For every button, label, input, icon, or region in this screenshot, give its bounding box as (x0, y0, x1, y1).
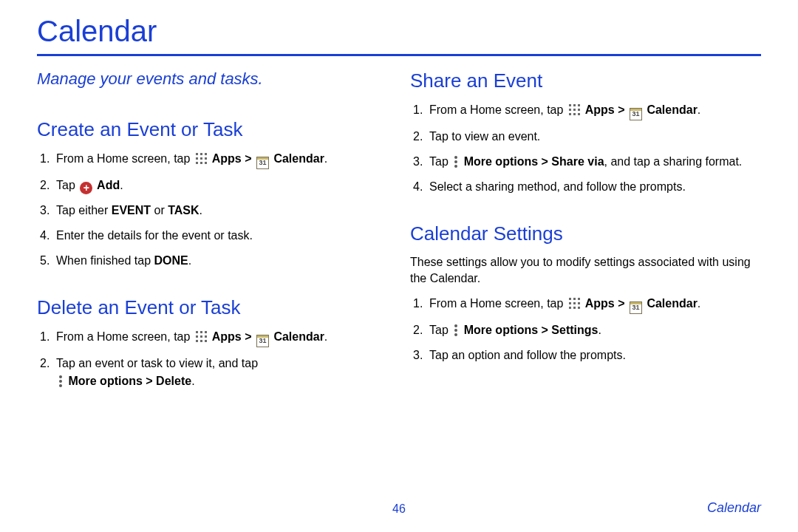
create-heading: Create an Event or Task (37, 118, 388, 141)
svg-rect-26 (578, 113, 580, 115)
list-item: Tap + Add. (37, 177, 388, 194)
svg-rect-11 (205, 331, 207, 333)
page-number: 46 (0, 502, 798, 516)
list-item: Select a sharing method, and follow the … (410, 178, 761, 196)
svg-rect-0 (196, 153, 198, 155)
svg-rect-34 (573, 307, 576, 309)
svg-rect-28 (573, 298, 576, 300)
apps-label: Apps > (582, 297, 628, 310)
svg-rect-30 (569, 302, 571, 304)
title-divider (37, 54, 761, 56)
step-text: . (598, 324, 601, 336)
apps-grid-icon (568, 297, 581, 310)
step-text: . (191, 375, 194, 387)
list-item: From a Home screen, tap Apps > 31 Calend… (410, 101, 761, 120)
step-text: Tap an event or task to view it, and tap (56, 357, 258, 369)
step-text: Tap (56, 179, 78, 191)
calendar-label: Calendar (644, 297, 698, 310)
step-text: . (324, 330, 327, 343)
calendar-label: Calendar (270, 330, 324, 343)
step-text: From a Home screen, tap (429, 297, 567, 310)
step-text: From a Home screen, tap (56, 152, 194, 165)
list-item: From a Home screen, tap Apps > 31 Calend… (410, 295, 761, 314)
svg-rect-16 (200, 340, 202, 342)
page-subtitle: Manage your events and tasks. (37, 69, 388, 89)
list-item: When finished tap DONE. (37, 252, 388, 270)
more-settings-label: More options > Settings (460, 324, 598, 336)
step-text: Tap (429, 155, 451, 168)
step-text: From a Home screen, tap (429, 103, 567, 116)
more-options-icon (453, 324, 459, 337)
list-item: Tap either EVENT or TASK. (37, 202, 388, 219)
calendar-icon: 31 (256, 335, 269, 347)
add-label: Add (94, 179, 120, 191)
step-text: . (698, 297, 700, 310)
left-column: Manage your events and tasks. Create an … (37, 69, 388, 398)
right-column: Share an Event From a Home screen, tap A… (410, 69, 761, 398)
svg-rect-10 (200, 331, 202, 333)
apps-label: Apps > (209, 330, 255, 343)
settings-heading: Calendar Settings (410, 222, 761, 245)
list-item: Tap an option and follow the prompts. (410, 347, 761, 364)
list-item: Enter the details for the event or task. (37, 227, 388, 245)
svg-rect-7 (200, 162, 202, 164)
list-item: Tap More options > Settings. (410, 321, 761, 339)
more-options-icon (58, 375, 64, 388)
step-text: . (200, 204, 202, 216)
calendar-icon: 31 (630, 301, 642, 314)
svg-rect-9 (196, 331, 198, 333)
settings-intro: These settings allow you to modify setti… (410, 254, 761, 287)
step-text: Tap either (56, 204, 112, 216)
delete-steps: From a Home screen, tap Apps > 31 Calend… (37, 328, 388, 390)
svg-rect-20 (578, 104, 580, 106)
footer-section-label: Calendar (707, 500, 761, 516)
more-share-label: More options > Share via (460, 155, 604, 168)
list-item: From a Home screen, tap Apps > 31 Calend… (37, 328, 388, 347)
svg-rect-29 (578, 298, 580, 300)
svg-rect-19 (573, 104, 576, 106)
content-columns: Manage your events and tasks. Create an … (37, 69, 761, 398)
create-section: Create an Event or Task From a Home scre… (37, 118, 388, 270)
list-item: Tap More options > Share via, and tap a … (410, 153, 761, 171)
page-title: Calendar (37, 15, 761, 48)
calendar-icon: 31 (256, 157, 269, 169)
step-text: . (120, 179, 123, 191)
svg-rect-23 (578, 109, 580, 111)
share-section: Share an Event From a Home screen, tap A… (410, 69, 761, 196)
apps-grid-icon (568, 103, 581, 116)
more-delete-label: More options > Delete (65, 375, 191, 387)
svg-rect-4 (200, 157, 202, 160)
more-options-icon (453, 155, 459, 168)
apps-grid-icon (195, 152, 208, 165)
svg-rect-21 (569, 109, 571, 111)
delete-section: Delete an Event or Task From a Home scre… (37, 296, 388, 390)
share-steps: From a Home screen, tap Apps > 31 Calend… (410, 101, 761, 196)
apps-grid-icon (195, 330, 208, 343)
done-label: DONE (154, 254, 188, 267)
step-text: . (698, 103, 700, 116)
svg-rect-32 (578, 302, 580, 304)
svg-rect-27 (569, 298, 571, 300)
step-text: Tap (429, 324, 451, 336)
apps-label: Apps > (209, 152, 255, 165)
step-text: . (188, 254, 191, 267)
task-label: TASK (168, 204, 199, 216)
svg-rect-33 (569, 307, 571, 309)
svg-rect-18 (569, 104, 571, 106)
svg-rect-22 (573, 109, 576, 111)
svg-rect-12 (196, 335, 198, 338)
svg-rect-2 (205, 153, 207, 155)
calendar-label: Calendar (644, 103, 698, 116)
svg-rect-25 (573, 113, 576, 115)
apps-label: Apps > (582, 103, 628, 116)
step-text: , and tap a sharing format. (604, 155, 743, 168)
svg-rect-14 (205, 335, 207, 338)
svg-rect-1 (200, 153, 202, 155)
create-steps: From a Home screen, tap Apps > 31 Calend… (37, 150, 388, 270)
step-text: . (324, 152, 327, 165)
step-text: From a Home screen, tap (56, 330, 194, 343)
settings-steps: From a Home screen, tap Apps > 31 Calend… (410, 295, 761, 364)
svg-rect-8 (205, 162, 207, 164)
calendar-label: Calendar (270, 152, 324, 165)
list-item: Tap to view an event. (410, 128, 761, 146)
